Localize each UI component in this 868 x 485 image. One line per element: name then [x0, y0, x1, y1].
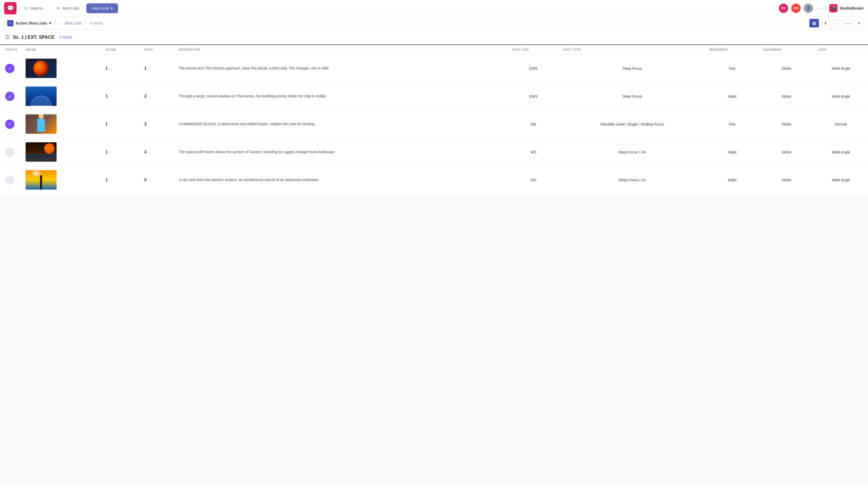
- table-row[interactable]: ✓ 1 2 Through a large, curved window on …: [0, 83, 868, 110]
- cell-shot-size: EWS: [508, 83, 559, 110]
- col-scene: SCENE: [101, 45, 140, 55]
- cell-shot-size: EWS: [508, 55, 559, 83]
- table-row[interactable]: 1 4 The spacecraft hovers above the surf…: [0, 138, 868, 166]
- sub-nav-dots-button[interactable]: ···: [832, 19, 841, 27]
- more-options-button[interactable]: ···: [816, 4, 826, 12]
- col-equipment: EQUIPMENT: [759, 45, 814, 55]
- top-navigation: 💬 🗂 How to... ✦ Shot Lists View Only ▾ R…: [0, 0, 868, 17]
- status-checked-icon: ✓: [5, 64, 14, 73]
- cell-lens: Wide Angle: [814, 55, 868, 83]
- shotlists-icon: ✦: [56, 5, 60, 11]
- col-lens: LENS: [814, 45, 868, 55]
- cell-equipment: Sticks: [759, 110, 814, 138]
- cell-description: The Aurora and The Horizon approach. Nea…: [175, 55, 508, 83]
- how-to-nav-item[interactable]: 🗂 How to...: [21, 3, 49, 13]
- cell-shot: 3: [140, 110, 175, 138]
- cell-equipment: Sticks: [759, 138, 814, 166]
- studio-binder-icon: 🎬: [829, 4, 838, 12]
- cell-scene: 1: [101, 166, 140, 194]
- scene-header: ☰ Sc. 1 | EXT. SPACE 6 Shots: [0, 30, 868, 45]
- col-shot-size: SHOT SIZE: [508, 45, 559, 55]
- col-status: STATUS: [0, 45, 22, 55]
- cell-image[interactable]: [22, 55, 101, 83]
- cell-equipment: Sticks: [759, 166, 814, 194]
- active-shot-lists-icon: ≡: [7, 20, 13, 26]
- cell-image[interactable]: [22, 83, 101, 110]
- cell-shot-size: WS: [508, 166, 559, 194]
- sub-nav-right: ▦ ⬇ ··· — ▾: [809, 19, 863, 27]
- col-image: IMAGE: [22, 45, 101, 55]
- cell-shot: 4: [140, 138, 175, 166]
- cell-scene: 1: [101, 83, 140, 110]
- cell-shot-type: Deep Focus: [559, 83, 706, 110]
- col-shot: SHOT: [140, 45, 175, 55]
- cell-status: [0, 166, 22, 194]
- cell-description: Through a large, curved window on The Au…: [175, 83, 508, 110]
- cell-shot: 2: [140, 83, 175, 110]
- cell-image[interactable]: [22, 166, 101, 194]
- cell-image[interactable]: [22, 138, 101, 166]
- app-icon[interactable]: 💬: [4, 2, 17, 14]
- table-body: ✓ 1 1 The Aurora and The Horizon approac…: [0, 55, 868, 194]
- shot-lists-breadcrumb-link[interactable]: Shot Lists: [60, 19, 86, 27]
- col-shot-type: SHOT TYPE: [559, 45, 706, 55]
- dots-icon: ···: [818, 5, 824, 11]
- chevron-down-icon: ▾: [111, 6, 113, 10]
- studio-binder-brand: 🎬 StudioBinder: [829, 4, 864, 12]
- cell-equipment: Sticks: [759, 83, 814, 110]
- top-nav-right: RD RD 👤 ··· 🎬 StudioBinder: [779, 4, 864, 13]
- shot-lists-nav-item[interactable]: ✦ Shot Lists: [53, 3, 82, 13]
- sub-nav-left: ≡ Active Shot Lists ▾ | Shot Lists 6 sho…: [5, 18, 809, 28]
- status-empty-icon: [5, 148, 14, 157]
- active-shot-lists-dropdown[interactable]: ≡ Active Shot Lists ▾: [5, 18, 56, 28]
- cell-equipment: Sticks: [759, 55, 814, 83]
- cell-movement: Pan: [706, 55, 759, 83]
- scene-shot-count: 6 Shots: [60, 35, 72, 39]
- avatar-user2[interactable]: RD: [791, 4, 801, 13]
- cell-lens: Wide Angle: [814, 166, 868, 194]
- avatar-user3[interactable]: 👤: [804, 4, 813, 13]
- view-only-button[interactable]: View Only ▾: [86, 3, 118, 13]
- shot-count-label: 6 shots: [86, 19, 107, 27]
- cell-shot-type: Deep Focus / HA: [559, 138, 706, 166]
- breadcrumb-separator: |: [56, 21, 61, 25]
- cell-shot-size: MS: [508, 110, 559, 138]
- scene-list-icon: ☰: [5, 34, 10, 40]
- table-row[interactable]: ✓ 1 1 The Aurora and The Horizon approac…: [0, 55, 868, 83]
- status-empty-icon: [5, 175, 14, 185]
- how-to-label: How to...: [30, 6, 46, 10]
- briefcase-icon: 🗂: [24, 5, 28, 11]
- cell-lens: Wide Angle: [814, 83, 868, 110]
- top-nav-left: 💬 🗂 How to... ✦ Shot Lists View Only ▾: [4, 2, 777, 14]
- col-description: DESCRIPTION: [175, 45, 508, 55]
- cell-description: A city rises from the planet's surface, …: [175, 166, 508, 194]
- cell-shot-type: Deep Focus / LA: [559, 166, 706, 194]
- status-checked-icon: ✓: [5, 120, 14, 129]
- shot-list-table-container: STATUS IMAGE SCENE SHOT DESCRIPTION SHOT…: [0, 45, 868, 194]
- cell-movement: Static: [706, 166, 759, 194]
- sub-navigation: ≡ Active Shot Lists ▾ | Shot Lists 6 sho…: [0, 17, 868, 30]
- view-only-label: View Only: [91, 6, 109, 10]
- collapse-button[interactable]: —: [843, 19, 853, 27]
- studio-binder-label: StudioBinder: [840, 6, 864, 10]
- cell-movement: Static: [706, 83, 759, 110]
- cell-status: ✓: [0, 55, 22, 83]
- table-row[interactable]: 1 5 A city rises from the planet's surfa…: [0, 166, 868, 194]
- cell-lens: Wide Angle: [814, 138, 868, 166]
- export-button[interactable]: ⬇: [821, 19, 830, 27]
- grid-view-button[interactable]: ▦: [809, 19, 819, 27]
- expand-button[interactable]: ▾: [855, 19, 863, 27]
- cell-image[interactable]: [22, 110, 101, 138]
- cell-scene: 1: [101, 138, 140, 166]
- status-checked-icon: ✓: [5, 92, 14, 101]
- cell-status: ✓: [0, 110, 22, 138]
- cell-shot: 1: [140, 55, 175, 83]
- cell-shot-size: WS: [508, 138, 559, 166]
- cell-status: ✓: [0, 83, 22, 110]
- cell-description: COMMANDER ELENA, a determined and skille…: [175, 110, 508, 138]
- table-row[interactable]: ✓ 1 3 COMMANDER ELENA, a determined and …: [0, 110, 868, 138]
- cell-description: The spacecraft hovers above the surface …: [175, 138, 508, 166]
- cell-shot-type: Shoulder Level / Single / Shallow Focus: [559, 110, 706, 138]
- avatar-user1[interactable]: RD: [779, 4, 788, 13]
- scene-title: Sc. 1 | EXT. SPACE: [13, 35, 55, 40]
